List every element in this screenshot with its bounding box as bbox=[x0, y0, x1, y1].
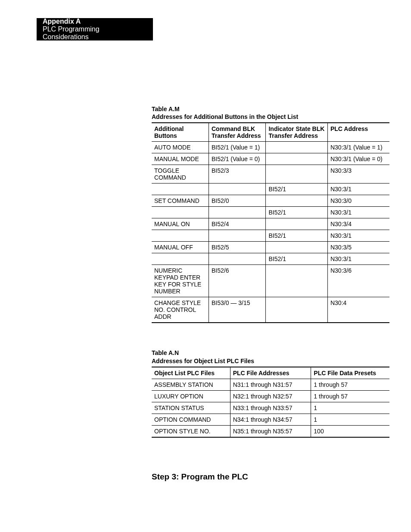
appendix-label: Appendix A bbox=[43, 18, 147, 25]
table-cell: N35:1 through N35:57 bbox=[230, 425, 311, 437]
table-row: ASSEMBLY STATIONN31:1 through N31:571 th… bbox=[152, 379, 389, 390]
table-cell bbox=[209, 207, 265, 218]
table-cell: BI52/1 bbox=[266, 253, 328, 265]
table-row: BI52/1N30:3/1 bbox=[152, 184, 389, 195]
table-cell: AUTO MODE bbox=[152, 142, 209, 153]
table-m-header-cell: Additional Buttons bbox=[152, 123, 209, 142]
table-cell: N30:3/1 bbox=[327, 253, 389, 265]
table-cell: N30:3/4 bbox=[327, 218, 389, 230]
table-n-head: Object List PLC Files PLC File Addresses… bbox=[152, 367, 389, 379]
table-row: AUTO MODEBI52/1 (Value = 1)N30:3/1 (Valu… bbox=[152, 142, 389, 153]
table-cell: N30:3/5 bbox=[327, 242, 389, 253]
table-cell: BI52/5 bbox=[209, 242, 265, 253]
table-row: BI52/1N30:3/1 bbox=[152, 230, 389, 242]
table-cell: 1 bbox=[311, 414, 389, 425]
table-cell: NUMERIC KEYPAD ENTER KEY FOR STYLE NUMBE… bbox=[152, 265, 209, 297]
table-row: STATION STATUSN33:1 through N33:571 bbox=[152, 402, 389, 414]
table-cell: 100 bbox=[311, 425, 389, 437]
table-cell: BI52/6 bbox=[209, 265, 265, 297]
table-cell: N30:3/1 (Value = 1) bbox=[327, 142, 389, 153]
table-cell bbox=[266, 153, 328, 165]
table-row: BI52/1N30:3/1 bbox=[152, 253, 389, 265]
table-n-header-cell: PLC File Data Presets bbox=[311, 367, 389, 379]
table-cell: BI52/1 (Value = 1) bbox=[209, 142, 265, 153]
table-cell: N30:3/1 bbox=[327, 184, 389, 195]
table-cell: BI52/4 bbox=[209, 218, 265, 230]
header-bar: Appendix A PLC Programming Consideration… bbox=[37, 18, 153, 40]
table-cell bbox=[266, 165, 328, 184]
table-row: TOGGLE COMMANDBI52/3N30:3/3 bbox=[152, 165, 389, 184]
table-m: Additional Buttons Command BLK Transfer … bbox=[152, 122, 389, 323]
table-row: LUXURY OPTIONN32:1 through N32:571 throu… bbox=[152, 390, 389, 402]
table-cell: N30:3/1 bbox=[327, 207, 389, 218]
table-n-header-cell: PLC File Addresses bbox=[230, 367, 311, 379]
table-cell: BI52/1 bbox=[266, 207, 328, 218]
table-row: MANUAL ONBI52/4N30:3/4 bbox=[152, 218, 389, 230]
table-cell: N31:1 through N31:57 bbox=[230, 379, 311, 390]
table-cell: 1 through 57 bbox=[311, 390, 389, 402]
table-cell: SET COMMAND bbox=[152, 195, 209, 207]
table-cell: TOGGLE COMMAND bbox=[152, 165, 209, 184]
table-cell: N30:3/0 bbox=[327, 195, 389, 207]
table-cell: STATION STATUS bbox=[152, 402, 230, 414]
table-cell bbox=[266, 142, 328, 153]
table-cell bbox=[209, 184, 265, 195]
table-cell: N33:1 through N33:57 bbox=[230, 402, 311, 414]
table-cell: MANUAL OFF bbox=[152, 242, 209, 253]
table-cell bbox=[152, 253, 209, 265]
table-cell bbox=[209, 253, 265, 265]
table-cell bbox=[152, 184, 209, 195]
step-heading: Step 3: Program the PLC bbox=[152, 472, 389, 482]
table-row: BI52/1N30:3/1 bbox=[152, 207, 389, 218]
table-cell: BI52/1 bbox=[266, 184, 328, 195]
table-cell: N30:3/1 bbox=[327, 230, 389, 242]
table-row: MANUAL OFFBI52/5N30:3/5 bbox=[152, 242, 389, 253]
table-cell: N32:1 through N32:57 bbox=[230, 390, 311, 402]
table-m-body: AUTO MODEBI52/1 (Value = 1)N30:3/1 (Valu… bbox=[152, 142, 389, 323]
table-cell: OPTION COMMAND bbox=[152, 414, 230, 425]
table-cell: MANUAL MODE bbox=[152, 153, 209, 165]
table-cell: N30:3/1 (Value = 0) bbox=[327, 153, 389, 165]
table-row: OPTION COMMANDN34:1 through N34:571 bbox=[152, 414, 389, 425]
table-cell bbox=[266, 218, 328, 230]
table-cell: BI52/1 bbox=[266, 230, 328, 242]
table-row: CHANGE STYLE NO. CONTROL ADDRBI53/0 — 3/… bbox=[152, 297, 389, 323]
table-row: OPTION STYLE NO.N35:1 through N35:57100 bbox=[152, 425, 389, 437]
table-m-caption-line1: Table A.M bbox=[152, 105, 389, 113]
table-m-caption: Table A.M Addresses for Additional Butto… bbox=[152, 105, 389, 121]
table-n-caption-line1: Table A.N bbox=[152, 349, 389, 357]
table-cell: 1 through 57 bbox=[311, 379, 389, 390]
table-cell: 1 bbox=[311, 402, 389, 414]
table-cell: BI52/1 (Value = 0) bbox=[209, 153, 265, 165]
table-cell bbox=[152, 207, 209, 218]
appendix-subtitle: PLC Programming Considerations bbox=[43, 25, 147, 40]
table-n-caption: Table A.N Addresses for Object List PLC … bbox=[152, 349, 389, 364]
table-cell: ASSEMBLY STATION bbox=[152, 379, 230, 390]
table-m-head: Additional Buttons Command BLK Transfer … bbox=[152, 123, 389, 142]
table-row: MANUAL MODEBI52/1 (Value = 0)N30:3/1 (Va… bbox=[152, 153, 389, 165]
table-cell: N30:3/3 bbox=[327, 165, 389, 184]
table-cell bbox=[152, 230, 209, 242]
table-n-caption-line2: Addresses for Object List PLC Files bbox=[152, 357, 389, 365]
table-m-header-cell: Indicator State BLK Transfer Address bbox=[266, 123, 328, 142]
table-cell: BI53/0 — 3/15 bbox=[209, 297, 265, 323]
table-row: NUMERIC KEYPAD ENTER KEY FOR STYLE NUMBE… bbox=[152, 265, 389, 297]
table-n: Object List PLC Files PLC File Addresses… bbox=[152, 367, 389, 438]
table-cell: N30:4 bbox=[327, 297, 389, 323]
table-m-caption-line2: Addresses for Additional Buttons in the … bbox=[152, 113, 389, 121]
table-cell bbox=[266, 297, 328, 323]
table-row: SET COMMANDBI52/0N30:3/0 bbox=[152, 195, 389, 207]
page-content: Table A.M Addresses for Additional Butto… bbox=[152, 105, 389, 482]
table-cell: OPTION STYLE NO. bbox=[152, 425, 230, 437]
table-cell bbox=[266, 242, 328, 253]
table-n-body: ASSEMBLY STATIONN31:1 through N31:571 th… bbox=[152, 379, 389, 437]
table-cell: BI52/0 bbox=[209, 195, 265, 207]
table-cell: MANUAL ON bbox=[152, 218, 209, 230]
table-m-header-cell: Command BLK Transfer Address bbox=[209, 123, 265, 142]
table-cell bbox=[266, 195, 328, 207]
table-cell: N34:1 through N34:57 bbox=[230, 414, 311, 425]
table-m-header-cell: PLC Address bbox=[327, 123, 389, 142]
table-n-header-cell: Object List PLC Files bbox=[152, 367, 230, 379]
table-cell bbox=[209, 230, 265, 242]
table-cell: LUXURY OPTION bbox=[152, 390, 230, 402]
